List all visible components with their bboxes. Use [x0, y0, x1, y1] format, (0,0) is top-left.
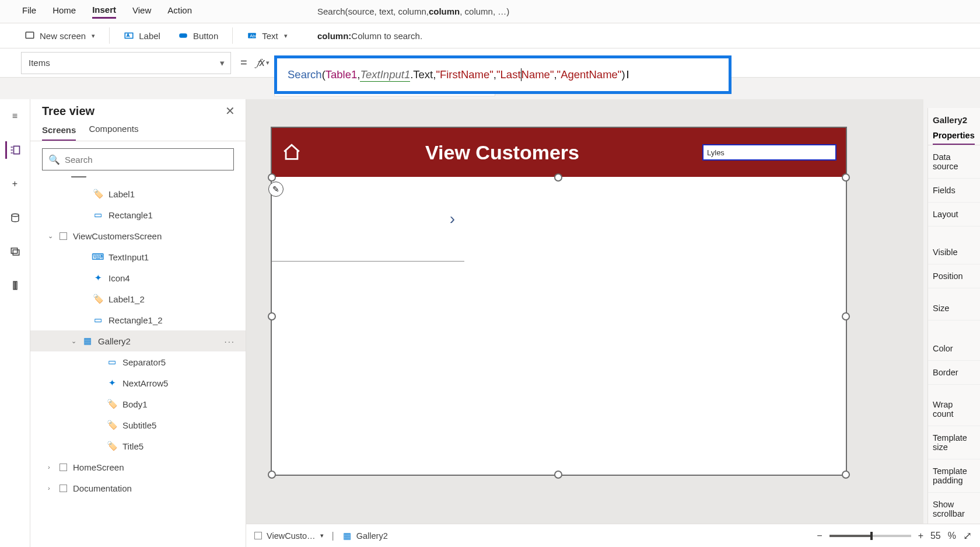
tree-item-rectangle1-2[interactable]: ▭ Rectangle1_2 — [30, 309, 246, 330]
tree-search-input[interactable] — [65, 155, 228, 165]
column-hint-label: column: — [317, 31, 351, 41]
textinput-icon: ⌨ — [93, 252, 103, 262]
insert-label-button[interactable]: Label — [120, 28, 164, 43]
tree-item-gallery2[interactable]: ⌄ ▦ Gallery2 ··· — [30, 330, 246, 351]
insert-button-button[interactable]: Button — [174, 28, 222, 43]
zoom-pct: % — [948, 531, 956, 541]
tree-item-homescreen[interactable]: › HomeScreen — [30, 457, 246, 478]
hamburger-icon[interactable]: ≡ — [6, 107, 24, 125]
property-selector[interactable]: Items ▾ — [21, 52, 231, 74]
formula-table: Table1 — [326, 68, 358, 81]
tree-item-icon4[interactable]: ✦ Icon4 — [30, 267, 246, 288]
tree-item-text: Title5 — [123, 441, 144, 451]
tree-item-subtitle5[interactable]: 🏷️ Subtitle5 — [30, 414, 246, 435]
label-icon: 🏷️ — [107, 441, 117, 451]
breadcrumb-control[interactable]: ▦ Gallery2 — [342, 531, 388, 541]
selection-handle[interactable] — [842, 471, 850, 479]
prop-border[interactable]: Border — [928, 361, 980, 385]
formula-arg1: "FirstName" — [436, 68, 493, 81]
tab-properties[interactable]: Properties — [933, 131, 975, 145]
breadcrumb-screen[interactable]: ViewCusto… ▾ — [254, 531, 324, 541]
add-rail-button[interactable]: + — [6, 175, 24, 193]
tree-item-documentation[interactable]: › Documentation — [30, 478, 246, 499]
chevron-down-icon[interactable]: ⌄ — [48, 232, 54, 240]
selection-handle[interactable] — [268, 471, 276, 479]
prop-position[interactable]: Position — [928, 264, 980, 288]
prop-template-padding[interactable]: Template padding — [928, 459, 980, 493]
hint-prefix: Search(source, text, column, — [317, 6, 429, 16]
tree-item-textinput1[interactable]: ⌨ TextInput1 — [30, 246, 246, 267]
tree-item-label1[interactable]: 🏷️ Label1 — [30, 183, 246, 204]
fx-icon[interactable]: 𝑓x — [257, 57, 265, 69]
edit-selection-icon[interactable]: ✎ — [268, 182, 284, 197]
menu-action[interactable]: Action — [167, 5, 192, 18]
advanced-rail-button[interactable] — [6, 277, 24, 294]
formula-arg3: "AgentName" — [557, 68, 622, 81]
app-preview[interactable]: View Customers › ✎ — [272, 128, 846, 475]
insert-text-button[interactable]: Abc Text ▾ — [243, 28, 291, 43]
tree-item-viewcustomersscreen[interactable]: ⌄ ViewCustomersScreen — [30, 225, 246, 246]
screen-icon — [60, 232, 67, 240]
tree-item-body1[interactable]: 🏷️ Body1 — [30, 393, 246, 414]
fit-to-window-icon[interactable]: ⤢ — [963, 529, 972, 542]
svg-rect-5 — [13, 146, 19, 154]
svg-rect-0 — [26, 32, 34, 39]
tree-item-text: ViewCustomersScreen — [73, 231, 162, 241]
tree-item-text: TextInput1 — [108, 252, 149, 262]
zoom-in-button[interactable]: + — [918, 531, 923, 541]
selection-handle[interactable] — [842, 173, 850, 182]
formula-bar[interactable]: Search ( Table1 , TextInput1 .Text , "Fi… — [274, 55, 732, 94]
selection-handle[interactable] — [268, 312, 276, 320]
prop-visible[interactable]: Visible — [928, 241, 980, 264]
tree-item-nextarrow5[interactable]: ✦ NextArrow5 — [30, 372, 246, 393]
tab-screens[interactable]: Screens — [42, 124, 76, 141]
selection-handle[interactable] — [268, 173, 276, 182]
selection-handle[interactable] — [554, 173, 562, 182]
breadcrumb-separator: | — [332, 531, 334, 541]
zoom-slider[interactable] — [830, 535, 911, 537]
more-icon[interactable]: ··· — [224, 336, 235, 346]
next-arrow-icon[interactable]: › — [450, 210, 455, 228]
prop-show-scrollbar[interactable]: Show scrollbar — [928, 493, 980, 526]
prop-wrap-count[interactable]: Wrap count — [928, 393, 980, 426]
tree-search[interactable]: 🔍 — [42, 148, 234, 170]
gallery-row[interactable]: › — [272, 177, 464, 262]
menu-insert[interactable]: Insert — [92, 5, 116, 19]
status-bar: ViewCusto… ▾ | ▦ Gallery2 − + 55 % ⤢ — [246, 524, 980, 547]
property-formula-row: Items ▾ = 𝑓x ▾ Search ( Table1 , TextInp… — [0, 48, 980, 78]
close-icon[interactable]: ✕ — [225, 104, 235, 118]
chevron-right-icon[interactable]: › — [48, 464, 54, 471]
breadcrumb-label: Gallery2 — [356, 531, 388, 541]
menu-file[interactable]: File — [22, 5, 36, 18]
svg-rect-7 — [11, 248, 18, 253]
tree-item-title5[interactable]: 🏷️ Title5 — [30, 435, 246, 457]
chevron-right-icon[interactable]: › — [48, 485, 54, 492]
prop-template-size[interactable]: Template size — [928, 426, 980, 459]
canvas[interactable]: View Customers › ✎ — [246, 99, 923, 524]
zoom-controls: − + 55 % ⤢ — [817, 529, 972, 542]
menu-view[interactable]: View — [132, 5, 151, 18]
breadcrumb-label: ViewCusto… — [267, 531, 316, 541]
new-screen-button[interactable]: New screen ▾ — [21, 28, 99, 43]
prop-data-source[interactable]: Data source — [928, 145, 980, 179]
app-search-input[interactable] — [702, 144, 836, 161]
tree-item-rectangle1[interactable]: ▭ Rectangle1 — [30, 204, 246, 225]
tree-item-label1-2[interactable]: 🏷️ Label1_2 — [30, 288, 246, 309]
ribbon-separator — [109, 27, 110, 44]
selection-handle[interactable] — [554, 471, 562, 479]
formula-fn: Search — [288, 68, 322, 81]
prop-color[interactable]: Color — [928, 337, 980, 361]
tree-item-separator5[interactable]: ▭ Separator5 — [30, 351, 246, 372]
prop-layout[interactable]: Layout — [928, 203, 980, 227]
prop-size[interactable]: Size — [928, 297, 980, 320]
chevron-down-icon[interactable]: ⌄ — [71, 337, 77, 345]
menu-home[interactable]: Home — [52, 5, 76, 18]
tree-view-rail-button[interactable] — [5, 141, 23, 159]
prop-fields[interactable]: Fields — [928, 179, 980, 203]
data-rail-button[interactable] — [6, 209, 24, 227]
media-rail-button[interactable] — [6, 243, 24, 260]
zoom-out-button[interactable]: − — [817, 531, 822, 541]
tab-components[interactable]: Components — [89, 124, 138, 141]
home-icon[interactable] — [281, 142, 302, 163]
selection-handle[interactable] — [842, 312, 850, 320]
